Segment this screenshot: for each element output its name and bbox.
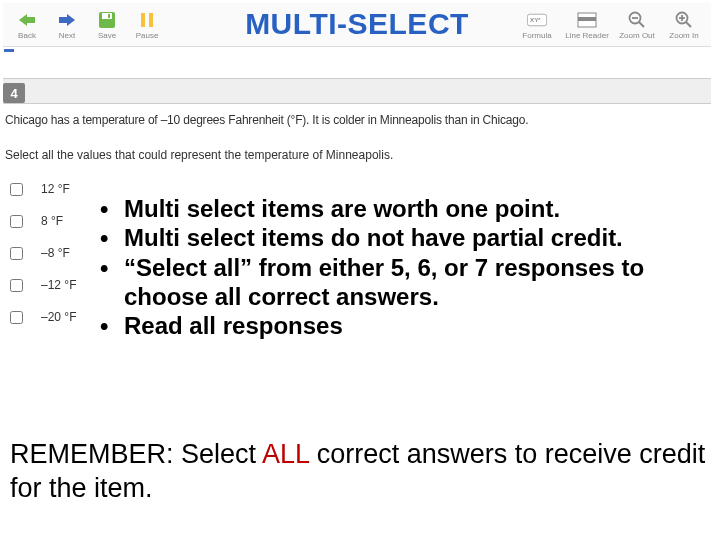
zoom-out-label: Zoom Out — [619, 32, 655, 40]
svg-rect-3 — [102, 13, 112, 19]
line-reader-label: Line Reader — [565, 32, 609, 40]
back-icon — [17, 10, 37, 30]
remember-all: ALL — [262, 439, 309, 469]
zoom-out-icon — [627, 10, 647, 30]
choice-row: –8 °F — [10, 246, 76, 260]
choice-list: 12 °F 8 °F –8 °F –12 °F –20 °F — [10, 182, 76, 342]
formula-icon: XY² — [527, 10, 547, 30]
zoom-in-label: Zoom In — [669, 32, 698, 40]
remember-lead: REMEMBER: Select — [10, 439, 262, 469]
remember-line: REMEMBER: Select ALL correct answers to … — [10, 438, 720, 506]
accent-line — [4, 49, 14, 52]
back-label: Back — [18, 32, 36, 40]
svg-text:XY²: XY² — [530, 16, 540, 23]
question-bar — [3, 78, 711, 104]
remember-tail: correct answers to receive credit for th… — [10, 439, 705, 503]
line-reader-icon — [577, 10, 597, 30]
pause-button[interactable]: Pause — [127, 5, 167, 45]
choice-row: –20 °F — [10, 310, 76, 324]
choice-label: 12 °F — [41, 182, 70, 196]
choice-label: –20 °F — [41, 310, 76, 324]
toolbar: Back Next Save Pause MULTI-SELECT XY² Fo… — [3, 3, 711, 47]
formula-button[interactable]: XY² Formula — [513, 5, 561, 45]
zoom-in-button[interactable]: Zoom In — [661, 5, 707, 45]
svg-rect-10 — [578, 17, 596, 21]
choice-label: –12 °F — [41, 278, 76, 292]
pause-icon — [137, 10, 157, 30]
svg-rect-0 — [26, 17, 35, 23]
zoom-in-icon — [674, 10, 694, 30]
choice-checkbox[interactable] — [10, 215, 23, 228]
choice-label: –8 °F — [41, 246, 70, 260]
choice-checkbox[interactable] — [10, 183, 23, 196]
save-button[interactable]: Save — [87, 5, 127, 45]
formula-label: Formula — [522, 32, 551, 40]
next-label: Next — [59, 32, 75, 40]
back-button[interactable]: Back — [7, 5, 47, 45]
svg-rect-6 — [149, 13, 153, 27]
choice-label: 8 °F — [41, 214, 63, 228]
question-instruction: Select all the values that could represe… — [5, 148, 393, 162]
save-icon — [97, 10, 117, 30]
zoom-out-button[interactable]: Zoom Out — [613, 5, 661, 45]
next-button[interactable]: Next — [47, 5, 87, 45]
choice-row: 12 °F — [10, 182, 76, 196]
svg-line-12 — [639, 22, 644, 27]
svg-rect-1 — [59, 17, 68, 23]
page-title: MULTI-SELECT — [245, 7, 469, 41]
app-screenshot-bg — [3, 3, 711, 359]
line-reader-button[interactable]: Line Reader — [561, 5, 613, 45]
svg-rect-4 — [108, 14, 110, 18]
svg-rect-5 — [141, 13, 145, 27]
question-stem: Chicago has a temperature of –10 degrees… — [5, 113, 528, 127]
save-label: Save — [98, 32, 116, 40]
next-icon — [57, 10, 77, 30]
svg-line-15 — [686, 22, 691, 27]
question-number: 4 — [3, 83, 25, 103]
choice-checkbox[interactable] — [10, 279, 23, 292]
choice-row: –12 °F — [10, 278, 76, 292]
choice-checkbox[interactable] — [10, 311, 23, 324]
choice-row: 8 °F — [10, 214, 76, 228]
pause-label: Pause — [136, 32, 159, 40]
choice-checkbox[interactable] — [10, 247, 23, 260]
